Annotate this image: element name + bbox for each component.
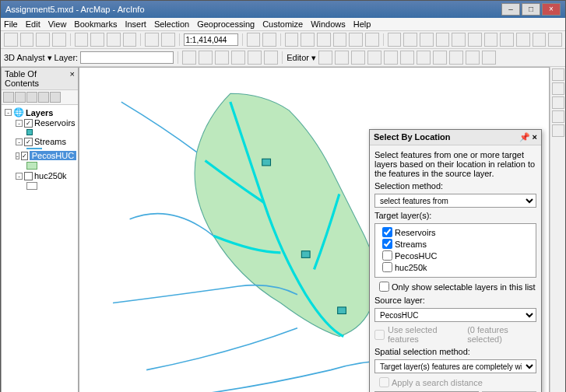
goto-xy-icon[interactable] — [468, 33, 482, 47]
chevron-down-icon[interactable]: ▾ — [47, 53, 52, 63]
menu-selection[interactable]: Selection — [154, 19, 189, 29]
menu-file[interactable]: File — [4, 19, 18, 29]
cut-icon[interactable] — [75, 33, 89, 47]
new-icon[interactable] — [4, 33, 18, 47]
split-icon[interactable] — [417, 51, 431, 65]
save-icon[interactable] — [36, 33, 50, 47]
image-analysis-icon[interactable] — [552, 124, 564, 137]
minimize-button[interactable]: – — [501, 3, 520, 16]
catalog-icon[interactable] — [231, 51, 245, 65]
layer-item[interactable]: Streams — [34, 137, 66, 146]
search-icon[interactable] — [248, 51, 262, 65]
identify-icon[interactable] — [436, 33, 450, 47]
attributes-icon[interactable] — [449, 51, 463, 65]
clear-selection-icon[interactable] — [403, 33, 417, 47]
catalog-window-icon[interactable] — [552, 68, 564, 81]
find-icon[interactable] — [452, 33, 466, 47]
trace-icon[interactable] — [351, 51, 365, 65]
reshape-icon[interactable] — [384, 51, 398, 65]
redo-icon[interactable] — [161, 33, 175, 47]
pointer-icon[interactable] — [420, 33, 434, 47]
layers-root[interactable]: Layers — [26, 108, 53, 117]
options-icon[interactable] — [50, 92, 61, 103]
list-by-selection-icon[interactable] — [38, 92, 49, 103]
toc-close-icon[interactable]: × — [70, 69, 75, 88]
create-features-icon[interactable] — [482, 51, 496, 65]
menu-bookmarks[interactable]: Bookmarks — [74, 19, 117, 29]
delete-icon[interactable] — [123, 33, 137, 47]
measure-icon[interactable] — [484, 33, 498, 47]
paste-icon[interactable] — [107, 33, 121, 47]
menu-insert[interactable]: Insert — [125, 19, 146, 29]
sel-method-select[interactable]: select features from — [374, 194, 536, 208]
layer-checkbox[interactable]: ✓ — [21, 152, 28, 160]
layer-item[interactable]: Reservoirs — [34, 118, 76, 128]
edit-vertices-icon[interactable] — [367, 51, 381, 65]
maximize-button[interactable]: □ — [522, 3, 540, 16]
target-layer-checkbox[interactable] — [382, 262, 392, 272]
viewer-icon[interactable] — [548, 33, 562, 47]
hyperlink-icon[interactable] — [500, 33, 514, 47]
dialog-close-icon[interactable]: × — [533, 132, 537, 142]
menu-windows[interactable]: Windows — [311, 19, 346, 29]
forward-icon[interactable] — [365, 33, 379, 47]
layer-checkbox[interactable]: ✓ — [24, 119, 33, 128]
list-by-visibility-icon[interactable] — [26, 92, 37, 103]
add-data-icon[interactable] — [247, 33, 261, 47]
menu-geoprocessing[interactable]: Geoprocessing — [197, 19, 255, 29]
expand-icon[interactable]: - — [16, 173, 23, 180]
cut-polygons-icon[interactable] — [400, 51, 414, 65]
rotate-icon[interactable] — [433, 51, 447, 65]
menu-help[interactable]: Help — [353, 19, 371, 29]
pin-icon[interactable]: 📌 — [519, 132, 530, 142]
list-by-source-icon[interactable] — [15, 92, 26, 103]
sketch-icon[interactable] — [335, 51, 349, 65]
close-button[interactable]: × — [542, 3, 561, 16]
menu-edit[interactable]: Edit — [26, 19, 40, 29]
zoom-out-icon[interactable] — [301, 33, 315, 47]
menu-customize[interactable]: Customize — [262, 19, 303, 29]
zoom-in-icon[interactable] — [285, 33, 299, 47]
chevron-down-icon[interactable]: ▾ — [311, 53, 316, 63]
menu-view[interactable]: View — [48, 19, 67, 29]
layer-item[interactable]: PecosHUC — [30, 151, 76, 160]
georef-icon[interactable] — [215, 51, 229, 65]
only-selectable-checkbox[interactable] — [379, 282, 389, 292]
editor-label[interactable]: Editor — [287, 53, 309, 62]
target-layers-list[interactable]: ReservoirsStreamsPecosHUChuc250k — [374, 223, 536, 278]
expand-icon[interactable]: - — [16, 152, 19, 159]
time-slider-icon[interactable] — [533, 33, 547, 47]
pan-icon[interactable] — [317, 33, 331, 47]
full-extent-icon[interactable] — [333, 33, 347, 47]
copy-icon[interactable] — [90, 33, 104, 47]
editor-toolbar-icon[interactable] — [262, 33, 276, 47]
list-by-drawing-icon[interactable] — [3, 92, 14, 103]
layer-item[interactable]: huc250k — [34, 171, 67, 180]
html-popup-icon[interactable] — [516, 33, 530, 47]
open-icon[interactable] — [20, 33, 34, 47]
toolbox-icon[interactable] — [552, 96, 564, 109]
results-icon[interactable] — [552, 110, 564, 123]
expand-icon[interactable]: - — [16, 138, 23, 145]
expand-icon[interactable]: - — [5, 109, 12, 116]
undo-icon[interactable] — [145, 33, 159, 47]
spatial-method-select[interactable]: Target layer(s) features are completely … — [374, 359, 536, 373]
arc-toolbox-icon[interactable] — [264, 51, 278, 65]
scale-input[interactable] — [184, 33, 238, 46]
analyst-label[interactable]: 3D Analyst — [4, 53, 45, 62]
modelbuilder-icon[interactable] — [182, 51, 196, 65]
target-layer-checkbox[interactable] — [382, 227, 392, 237]
sketch-properties-icon[interactable] — [466, 51, 480, 65]
layer-combo[interactable] — [80, 51, 174, 64]
python-icon[interactable] — [199, 51, 213, 65]
select-features-icon[interactable] — [388, 33, 402, 47]
layer-checkbox[interactable]: ✓ — [24, 138, 33, 146]
target-layer-checkbox[interactable] — [382, 250, 392, 261]
print-icon[interactable] — [52, 33, 66, 47]
expand-icon[interactable]: - — [16, 120, 23, 127]
source-layer-select[interactable]: PecosHUC — [374, 308, 536, 322]
target-layer-checkbox[interactable] — [382, 239, 392, 249]
layer-checkbox[interactable] — [24, 172, 33, 180]
search-window-icon[interactable] — [552, 82, 564, 95]
back-icon[interactable] — [349, 33, 363, 47]
